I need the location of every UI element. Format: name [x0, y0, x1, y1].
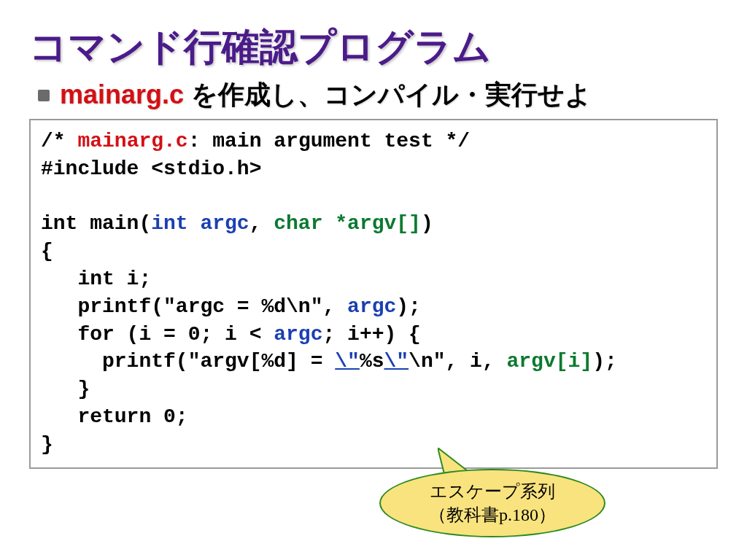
code-line-1: /* mainarg.c: main argument test */ [41, 130, 470, 152]
code-line-9: printf("argv[%d] = \"%s\"\n", i, argv[i]… [41, 350, 617, 373]
bullet-icon [38, 90, 50, 101]
code-line-8: for (i = 0; i < argc; i++) { [41, 323, 421, 346]
code-line-12: } [41, 433, 53, 456]
page-title: コマンド行確認プログラム [29, 22, 718, 73]
callout: エスケープ系列 （教科書p.180） [379, 454, 605, 537]
callout-line1: エスケープ系列 [430, 480, 555, 503]
code-line-11: return 0; [41, 405, 188, 428]
code-line-4: int main(int argc, char *argv[]) [41, 212, 433, 235]
code-line-7: printf("argc = %d\n", argc); [41, 295, 421, 318]
subtitle-rest: を作成し、コンパイル・実行せよ [184, 79, 592, 109]
filename: mainarg.c [60, 79, 184, 109]
callout-line2: （教科書p.180） [429, 503, 556, 526]
code-line-5: { [41, 240, 53, 262]
code-line-10: } [41, 378, 90, 400]
subtitle-row: mainarg.c を作成し、コンパイル・実行せよ [38, 77, 718, 113]
code-block: /* mainarg.c: main argument test */ #inc… [29, 119, 718, 469]
code-line-6: int i; [41, 268, 151, 290]
code-line-2: #include <stdio.h> [41, 158, 261, 180]
subtitle-text: mainarg.c を作成し、コンパイル・実行せよ [60, 77, 592, 113]
